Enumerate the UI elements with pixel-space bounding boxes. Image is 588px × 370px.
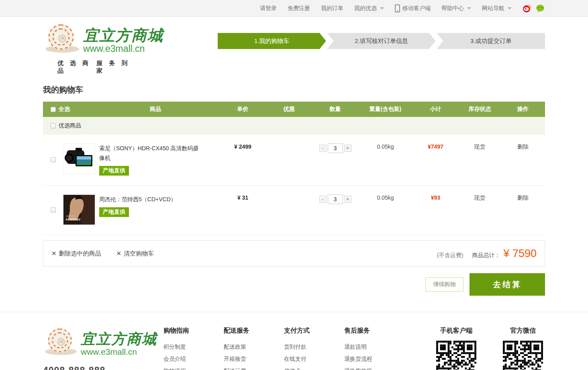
step-confirm-order: 2.填写核对订单信息	[327, 33, 436, 49]
col-weight: 重量(含包装)	[358, 106, 412, 113]
mobile-client-link[interactable]: 移动客户端	[395, 4, 431, 12]
footer-logo[interactable]: 宜立方商城 www.e3mall.cn 4008-888-888 周一至周日8:…	[43, 327, 163, 370]
quantity-decrease-button[interactable]: -	[319, 145, 327, 152]
my-orders-link[interactable]: 我的订单	[321, 5, 343, 12]
delete-selected-label: 删除选中的商品	[59, 250, 101, 258]
my-picks-link[interactable]: 我的优选	[354, 5, 384, 12]
footer-column-delivery: 配送服务 配送政策 开箱验货 配送运费 配送范围	[224, 327, 284, 370]
item-checkbox[interactable]	[51, 207, 56, 213]
topbar: 请登录 免费注册 我的订单 我的优选 移动客户端 帮助中心 网站导航	[0, 0, 588, 17]
footer-qr-mobile-app: 手机客户端	[434, 327, 478, 370]
footer-link[interactable]: 配送运费	[224, 365, 284, 370]
footer-link[interactable]: 配送政策	[224, 341, 284, 353]
tagline-right: 服 务 到 家	[96, 59, 135, 75]
logo[interactable]: 宜立方商城 www.e3mall.cn 优 选 商 品 服 务 到 家	[43, 22, 163, 75]
brand-url: www.e3mall.cn	[81, 347, 157, 356]
footer-column-title: 配送服务	[224, 327, 284, 335]
item-weight: 0.05kg	[358, 194, 412, 201]
product-title[interactable]: 索尼（SONY）HDR-CX450 高清数码摄像机	[99, 143, 202, 163]
footer-link[interactable]: 退款说明	[344, 341, 404, 353]
quantity-decrease-button[interactable]: -	[319, 196, 327, 203]
col-stock: 库存状态	[459, 106, 501, 113]
brand-tagline: 优 选 商 品 服 务 到 家	[43, 59, 135, 75]
item-weight: 0.05kg	[358, 143, 412, 150]
footer: 宜立方商城 www.e3mall.cn 4008-888-888 周一至周日8:…	[0, 312, 588, 370]
quantity-increase-button[interactable]: +	[344, 145, 351, 152]
qr-code-image	[436, 341, 476, 370]
col-action: 操作	[501, 106, 545, 113]
site-header: 宜立方商城 www.e3mall.cn 优 选 商 品 服 务 到 家 1.我的…	[0, 17, 588, 79]
item-checkbox[interactable]	[51, 157, 56, 162]
direct-supply-badge: 产地直供	[99, 166, 129, 176]
delete-item-link[interactable]: 删除	[517, 194, 529, 201]
footer-link[interactable]: 退换货政策	[344, 365, 404, 370]
login-link[interactable]: 请登录	[260, 5, 277, 12]
weibo-icon[interactable]	[523, 4, 531, 13]
quantity-input[interactable]	[328, 143, 343, 153]
qr-title: 手机客户端	[434, 327, 478, 335]
brand-name: 宜立方商城	[83, 28, 163, 44]
brand-name: 宜立方商城	[81, 332, 157, 347]
footer-link[interactable]: 购物流程	[163, 365, 224, 370]
brand-url: www.e3mall.cn	[83, 44, 163, 54]
cart-group-row: 优选商品	[43, 117, 545, 135]
footer-column-payment: 支付方式 货到付款 在线支付 优选卡 发票制度	[284, 327, 344, 370]
footer-link[interactable]: 积分制度	[163, 341, 224, 353]
direct-supply-badge: 产地直供	[99, 207, 129, 217]
product-image-album[interactable]: FANTASY JAY CHOU	[63, 194, 95, 225]
step-order-submitted: 3.成功提交订单	[437, 33, 545, 49]
footer-link[interactable]: 货到付款	[284, 341, 344, 353]
svg-text:FANTASY: FANTASY	[66, 218, 81, 221]
service-phone: 4008-888-888	[43, 365, 163, 370]
step-my-cart: 1.我的购物车	[218, 33, 326, 49]
delete-item-link[interactable]: 删除	[517, 143, 529, 150]
site-nav-label: 网站导航	[482, 5, 504, 12]
mobile-client-label: 移动客户端	[402, 5, 431, 12]
footer-link[interactable]: 优选卡	[284, 365, 344, 370]
remove-icon	[51, 250, 57, 257]
col-discount: 优惠	[266, 106, 312, 113]
tagline-left: 优 选 商 品	[57, 59, 96, 75]
col-subtotal: 小计	[412, 106, 459, 113]
footer-link[interactable]: 会员介绍	[163, 353, 224, 365]
col-quantity: 数量	[312, 106, 358, 113]
footer-column-shopping-guide: 购物指南 积分制度 会员介绍 购物流程 常用问题	[163, 327, 224, 370]
quantity-increase-button[interactable]: +	[344, 196, 351, 203]
nautilus-shell-icon	[43, 22, 82, 54]
chevron-down-icon	[380, 7, 384, 10]
quantity-stepper: - +	[319, 143, 351, 153]
checkout-button[interactable]: 去结算	[470, 273, 545, 296]
product-title[interactable]: 周杰伦：范特西5（CD+VCD）	[99, 194, 202, 204]
checkout-progress-steps: 1.我的购物车 2.填写核对订单信息 3.成功提交订单	[218, 33, 545, 49]
item-subtotal: ¥93	[412, 194, 459, 201]
footer-link[interactable]: 退换货流程	[344, 353, 404, 365]
footer-qr-wechat: 官方微信	[501, 327, 545, 370]
total-label: 商品总计：	[472, 252, 500, 259]
register-link[interactable]: 免费注册	[288, 5, 310, 12]
nautilus-shell-icon	[43, 327, 79, 356]
footer-column-title: 支付方式	[284, 327, 344, 335]
total-value: ¥ 7590	[503, 247, 537, 260]
clear-cart-link[interactable]: 清空购物车	[116, 250, 154, 258]
cart-item-row: 索尼（SONY）HDR-CX450 高清数码摄像机 产地直供 ¥ 2499 - …	[43, 135, 545, 186]
chevron-down-icon	[508, 7, 512, 10]
continue-shopping-button[interactable]: 继续购物	[425, 277, 463, 292]
col-product: 商品	[91, 106, 220, 113]
unit-price: ¥ 31	[220, 194, 266, 201]
product-image-camcorder[interactable]	[63, 143, 95, 174]
site-nav-link[interactable]: 网站导航	[482, 5, 512, 12]
cart-summary-bar: 删除选中的商品 清空购物车 (不含运费) 商品总计： ¥ 7590	[43, 240, 545, 267]
svg-text:JAY CHOU: JAY CHOU	[66, 215, 76, 217]
footer-link[interactable]: 开箱验货	[224, 353, 284, 365]
delete-selected-link[interactable]: 删除选中的商品	[51, 250, 101, 258]
stock-status: 现货	[459, 194, 501, 202]
group-checkbox[interactable]	[51, 123, 56, 129]
footer-link[interactable]: 在线支付	[284, 353, 344, 365]
select-all-checkbox[interactable]	[51, 107, 56, 112]
help-center-link[interactable]: 帮助中心	[441, 5, 471, 12]
quantity-input[interactable]	[328, 194, 343, 204]
cart-table-header: 全选 商品 单价 优惠 数量 重量(含包装) 小计 库存状态 操作	[43, 102, 545, 117]
group-label: 优选商品	[59, 122, 81, 129]
wechat-icon[interactable]	[535, 4, 545, 13]
chevron-down-icon	[467, 7, 471, 10]
